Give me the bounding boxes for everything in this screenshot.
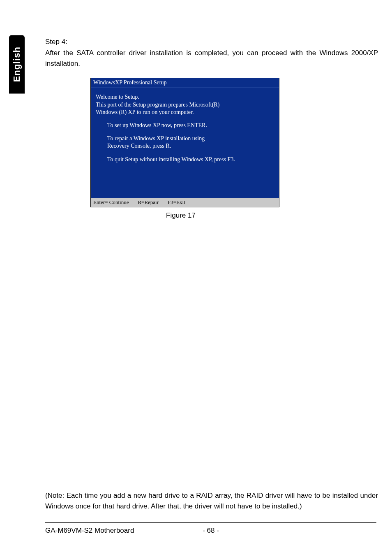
footer-page-number: - 68 -	[203, 527, 219, 535]
setup-intro: This port of the Setup program prepares …	[96, 101, 274, 116]
note-text: (Note: Each time you add a new hard driv…	[45, 490, 378, 512]
step-title: Step 4:	[45, 38, 378, 46]
step-body: After the SATA controller driver install…	[45, 48, 378, 70]
setup-header: WindowsXP Professional Setup	[91, 78, 279, 88]
setup-body: Welcome to Setup. This port of the Setup…	[91, 88, 279, 198]
setup-footer-enter: Enter= Continue	[93, 199, 129, 206]
setup-option-enter: To set up Windows XP now, press ENTER.	[107, 122, 274, 129]
setup-option-repair-line2: Recovery Console, press R.	[107, 143, 171, 149]
footer-divider	[45, 522, 376, 523]
setup-intro-line1: This port of the Setup program prepares …	[96, 101, 274, 109]
figure-caption: Figure 17	[90, 211, 271, 220]
page-footer: GA-M69VM-S2 Motherboard - 68 -	[45, 527, 376, 535]
setup-footer: Enter= Continue R=Repair F3=Exit	[91, 198, 279, 207]
language-tab: English	[9, 35, 25, 93]
main-content: Step 4: After the SATA controller driver…	[45, 38, 378, 220]
setup-options: To set up Windows XP now, press ENTER. T…	[96, 122, 274, 163]
setup-figure: WindowsXP Professional Setup Welcome to …	[90, 78, 279, 220]
setup-option-repair: To repair a Windows XP installation usin…	[107, 135, 274, 150]
setup-footer-f3: F3=Exit	[168, 199, 185, 206]
setup-option-quit: To quit Setup without installing Windows…	[107, 156, 274, 163]
setup-screen: WindowsXP Professional Setup Welcome to …	[90, 78, 279, 207]
setup-footer-r: R=Repair	[138, 199, 159, 206]
setup-intro-line2: Windows (R) XP to run on your computer.	[96, 109, 274, 116]
setup-welcome: Welcome to Setup.	[96, 94, 274, 100]
setup-option-repair-line1: To repair a Windows XP installation usin…	[107, 135, 205, 142]
